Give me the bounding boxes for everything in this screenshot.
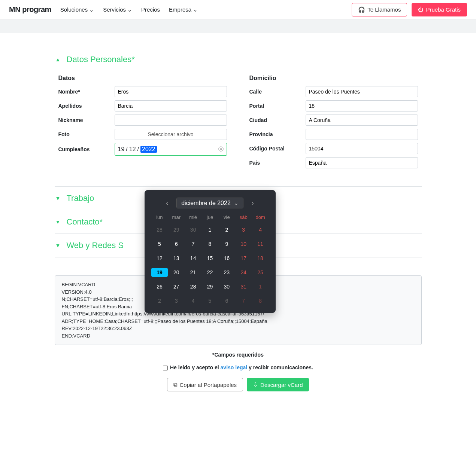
nav-label: Empresa (169, 6, 191, 13)
nav-label: Servicios (103, 6, 126, 13)
input-nombre[interactable] (115, 86, 227, 97)
input-portal[interactable] (306, 100, 418, 112)
col-domicilio: Domicilio Calle Portal Ciudad Provincia … (249, 75, 418, 171)
datepicker-day[interactable]: 20 (168, 268, 185, 277)
datepicker-day[interactable]: 13 (168, 254, 185, 263)
subhead-domicilio: Domicilio (249, 75, 418, 82)
power-icon: ⏻ (418, 6, 424, 13)
nav-empresa[interactable]: Empresa⌄ (169, 6, 198, 13)
datepicker-dow: mié (185, 214, 201, 220)
datepicker-day[interactable]: 16 (218, 254, 235, 263)
label-calle: Calle (249, 89, 306, 95)
label-provincia: Provincia (249, 131, 306, 137)
download-button[interactable]: ⇩Descargar vCard (247, 378, 309, 391)
datepicker-day[interactable]: 28 (185, 282, 201, 291)
required-note: *Campos requeridos (55, 352, 422, 358)
input-ciudad[interactable] (306, 115, 418, 126)
datepicker-day[interactable]: 1 (252, 282, 269, 291)
chevron-down-icon: ⌄ (127, 6, 132, 13)
datepicker-day[interactable]: 5 (201, 296, 218, 305)
accordion-title: Trabajo (67, 193, 94, 203)
headset-icon: 🎧 (358, 6, 365, 13)
datepicker-day[interactable]: 18 (252, 254, 269, 263)
input-apellidos[interactable] (115, 100, 227, 112)
datepicker-day[interactable]: 6 (168, 239, 185, 248)
datepicker-day[interactable]: 30 (218, 282, 235, 291)
call-button[interactable]: 🎧Te Llamamos (352, 3, 407, 16)
chevron-down-icon: ▼ (55, 242, 61, 248)
datepicker-day[interactable]: 7 (235, 296, 252, 305)
datepicker-next-button[interactable]: › (249, 198, 257, 208)
file-select-button[interactable]: Seleccionar archivo (115, 129, 227, 140)
copy-button[interactable]: ⧉Copiar al Portapapeles (167, 378, 243, 391)
datepicker-day[interactable]: 2 (151, 296, 168, 305)
nav-precios[interactable]: Precios (141, 6, 160, 13)
trial-button[interactable]: ⏻Prueba Gratis (412, 3, 467, 16)
input-nickname[interactable] (115, 115, 227, 126)
datepicker-day[interactable]: 10 (235, 239, 252, 248)
input-cp[interactable] (306, 143, 418, 154)
datepicker-day[interactable]: 6 (218, 296, 235, 305)
label-nickname: Nickname (58, 117, 115, 123)
logo[interactable]: MN program (9, 5, 51, 14)
datepicker-day[interactable]: 31 (235, 282, 252, 291)
input-pais[interactable] (306, 157, 418, 168)
datepicker-day[interactable]: 27 (168, 282, 185, 291)
download-label: Descargar vCard (260, 382, 303, 388)
legal-checkbox[interactable] (163, 366, 168, 370)
date-day: 19 (118, 146, 125, 153)
datepicker-day[interactable]: 8 (252, 296, 269, 305)
legal-link[interactable]: aviso legal (221, 364, 248, 370)
datepicker-day[interactable]: 7 (185, 239, 201, 248)
clear-date-icon[interactable]: ⓧ (218, 146, 224, 153)
input-provincia[interactable] (306, 129, 418, 140)
accordion-title: Datos Personales* (67, 55, 135, 64)
datepicker-day[interactable]: 9 (218, 239, 235, 248)
accordion-header-personal[interactable]: ▲ Datos Personales* (55, 48, 422, 71)
datepicker-day[interactable]: 29 (201, 282, 218, 291)
input-calle[interactable] (306, 86, 418, 97)
legal-pre: He leído y acepto el (170, 364, 221, 370)
datepicker-day[interactable]: 12 (151, 254, 168, 263)
datepicker-day[interactable]: 3 (168, 296, 185, 305)
datepicker-day[interactable]: 4 (185, 296, 201, 305)
nav-soluciones[interactable]: Soluciones⌄ (60, 6, 94, 13)
accordion-body-personal: Datos Nombre* Apellidos Nickname FotoSel… (55, 71, 422, 186)
legal-row: He leído y acepto el aviso legal y recib… (55, 364, 422, 370)
label-pais: País (249, 160, 306, 166)
datepicker-day[interactable]: 2 (218, 225, 235, 234)
datepicker-day[interactable]: 17 (235, 254, 252, 263)
chevron-down-icon: ▼ (55, 219, 61, 225)
call-label: Te Llamamos (367, 6, 401, 13)
label-apellidos: Apellidos (58, 103, 115, 109)
action-row: ⧉Copiar al Portapapeles ⇩Descargar vCard (55, 378, 422, 391)
datepicker-month-select[interactable]: diciembre de 2022 ⌄ (176, 198, 243, 208)
datepicker-day[interactable]: 26 (151, 282, 168, 291)
datepicker-day[interactable]: 22 (201, 268, 218, 277)
datepicker-prev-button[interactable]: ‹ (163, 198, 171, 208)
label-ciudad: Ciudad (249, 117, 306, 123)
datepicker-day[interactable]: 8 (201, 239, 218, 248)
date-input[interactable]: 19/ 12/ 2022 ⓧ (115, 143, 227, 156)
datepicker-day[interactable]: 5 (151, 239, 168, 248)
datepicker-day[interactable]: 1 (201, 225, 218, 234)
datepicker-day[interactable]: 25 (252, 268, 269, 277)
datepicker-dow: vie (218, 214, 235, 220)
date-month: 12 (129, 146, 136, 153)
nav-servicios[interactable]: Servicios⌄ (103, 6, 132, 13)
datepicker-day[interactable]: 14 (185, 254, 201, 263)
datepicker-day[interactable]: 30 (185, 225, 201, 234)
datepicker-day[interactable]: 19 (151, 268, 168, 277)
datepicker-day[interactable]: 11 (252, 239, 269, 248)
accordion-title: Contacto* (67, 217, 103, 227)
datepicker-day[interactable]: 28 (151, 225, 168, 234)
datepicker-day[interactable]: 24 (235, 268, 252, 277)
datepicker-day[interactable]: 23 (218, 268, 235, 277)
datepicker-day[interactable]: 21 (185, 268, 201, 277)
datepicker-day[interactable]: 29 (168, 225, 185, 234)
datepicker-day[interactable]: 3 (235, 225, 252, 234)
datepicker-day[interactable]: 15 (201, 254, 218, 263)
topbar-left: MN program Soluciones⌄ Servicios⌄ Precio… (9, 5, 198, 14)
chevron-down-icon: ⌄ (193, 6, 198, 13)
datepicker-day[interactable]: 4 (252, 225, 269, 234)
